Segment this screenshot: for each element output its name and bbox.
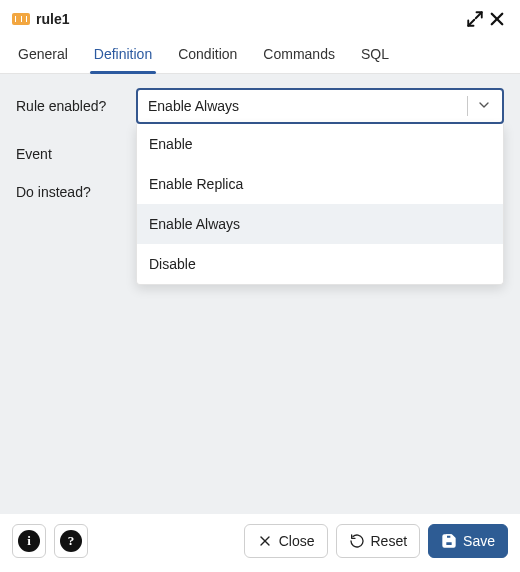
- x-icon: [257, 533, 273, 549]
- rule-enabled-value: Enable Always: [148, 98, 239, 114]
- expand-icon[interactable]: [464, 8, 486, 30]
- save-button-label: Save: [463, 533, 495, 549]
- help-icon: ?: [60, 530, 82, 552]
- label-rule-enabled: Rule enabled?: [16, 98, 136, 114]
- close-button-label: Close: [279, 533, 315, 549]
- info-button[interactable]: i: [12, 524, 46, 558]
- chevron-down-icon[interactable]: [476, 97, 492, 116]
- info-icon: i: [18, 530, 40, 552]
- rule-enabled-dropdown: Enable Enable Replica Enable Always Disa…: [136, 124, 504, 285]
- save-icon: [441, 533, 457, 549]
- reset-icon: [349, 533, 365, 549]
- label-do-instead: Do instead?: [16, 184, 136, 200]
- option-enable[interactable]: Enable: [137, 124, 503, 164]
- tab-condition[interactable]: Condition: [176, 36, 239, 73]
- tab-sql[interactable]: SQL: [359, 36, 391, 73]
- tab-bar: General Definition Condition Commands SQ…: [0, 36, 520, 74]
- close-icon[interactable]: [486, 8, 508, 30]
- save-button[interactable]: Save: [428, 524, 508, 558]
- close-button[interactable]: Close: [244, 524, 328, 558]
- svg-rect-6: [446, 542, 453, 546]
- label-event: Event: [16, 146, 136, 162]
- svg-rect-7: [446, 535, 451, 538]
- rule-enabled-select[interactable]: Enable Always: [136, 88, 504, 124]
- reset-button[interactable]: Reset: [336, 524, 421, 558]
- option-enable-replica[interactable]: Enable Replica: [137, 164, 503, 204]
- help-button[interactable]: ?: [54, 524, 88, 558]
- option-enable-always[interactable]: Enable Always: [137, 204, 503, 244]
- tab-commands[interactable]: Commands: [261, 36, 337, 73]
- footer: i ? Close Reset Save: [0, 514, 520, 572]
- reset-button-label: Reset: [371, 533, 408, 549]
- rule-icon: [12, 13, 30, 25]
- window-title: rule1: [36, 11, 69, 27]
- form-body: Rule enabled? Enable Always Enable: [0, 74, 520, 514]
- option-disable[interactable]: Disable: [137, 244, 503, 284]
- select-separator: [467, 96, 468, 116]
- tab-definition[interactable]: Definition: [92, 36, 154, 73]
- tab-general[interactable]: General: [16, 36, 70, 73]
